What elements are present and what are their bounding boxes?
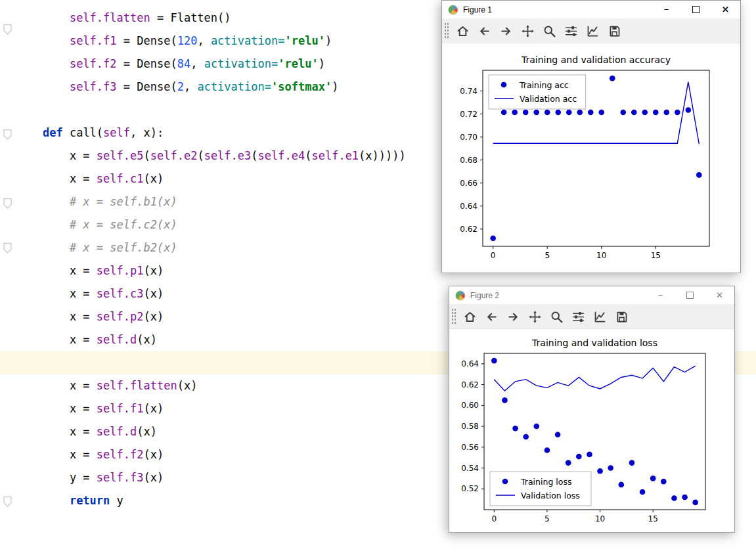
gutter-marker-icon xyxy=(3,198,12,210)
accuracy-chart[interactable]: Training and validation accuracy0510150.… xyxy=(442,43,739,272)
minimize-button[interactable]: − xyxy=(652,1,681,18)
subplots-icon[interactable] xyxy=(569,307,587,326)
customize-icon[interactable] xyxy=(591,307,609,326)
svg-text:10: 10 xyxy=(595,514,605,523)
pan-icon[interactable] xyxy=(519,22,537,40)
forward-icon[interactable] xyxy=(497,22,515,40)
svg-text:5: 5 xyxy=(545,514,550,523)
subplots-icon[interactable] xyxy=(562,22,580,40)
figure2-window-controls: − ✕ xyxy=(646,286,734,304)
svg-text:0.60: 0.60 xyxy=(461,401,479,410)
figure1-title: Figure 1 xyxy=(463,5,652,14)
svg-text:15: 15 xyxy=(651,251,661,260)
svg-text:0.62: 0.62 xyxy=(461,380,479,389)
figure2-title: Figure 2 xyxy=(470,291,646,300)
gutter-marker-icon xyxy=(3,496,12,508)
maximize-icon xyxy=(692,6,700,13)
figure2-toolbar xyxy=(449,305,734,329)
close-button[interactable]: ✕ xyxy=(705,286,734,304)
svg-text:Validation acc: Validation acc xyxy=(520,94,577,104)
figure1-window: Figure 1 − ✕ Training and validation acc… xyxy=(441,0,741,273)
save-icon[interactable] xyxy=(606,22,623,40)
figure1-toolbar xyxy=(442,19,740,43)
svg-text:15: 15 xyxy=(648,514,658,523)
home-icon[interactable] xyxy=(454,22,472,40)
figure1-window-controls: − ✕ xyxy=(652,1,740,18)
svg-text:0.74: 0.74 xyxy=(460,87,478,96)
back-icon[interactable] xyxy=(476,22,493,40)
pan-icon[interactable] xyxy=(526,307,544,326)
svg-text:0.56: 0.56 xyxy=(461,443,479,452)
svg-text:0: 0 xyxy=(491,251,496,260)
customize-icon[interactable] xyxy=(584,22,602,40)
svg-text:Training and validation accura: Training and validation accuracy xyxy=(521,55,671,65)
home-icon[interactable] xyxy=(461,307,479,326)
svg-text:Training loss: Training loss xyxy=(520,477,571,487)
figure1-canvas[interactable]: Training and validation accuracy0510150.… xyxy=(442,43,740,272)
svg-text:0.52: 0.52 xyxy=(461,484,479,493)
svg-text:10: 10 xyxy=(596,251,606,260)
loss-chart[interactable]: Training and validation loss0510150.520.… xyxy=(449,329,733,531)
back-icon[interactable] xyxy=(483,307,500,326)
matplotlib-app-icon xyxy=(448,5,458,15)
svg-text:0.54: 0.54 xyxy=(461,464,479,473)
svg-text:Validation loss: Validation loss xyxy=(521,491,580,500)
svg-text:Training and validation loss: Training and validation loss xyxy=(531,338,657,348)
svg-text:0.64: 0.64 xyxy=(461,359,479,368)
svg-text:0.64: 0.64 xyxy=(460,202,478,211)
toolbar-grip xyxy=(451,308,456,325)
svg-text:0.68: 0.68 xyxy=(460,156,478,165)
gutter-marker-icon xyxy=(3,129,12,141)
figure1-titlebar[interactable]: Figure 1 − ✕ xyxy=(442,1,740,19)
maximize-button[interactable] xyxy=(675,286,705,304)
toolbar-grip xyxy=(444,22,449,39)
svg-text:0.66: 0.66 xyxy=(460,179,478,188)
svg-text:0.70: 0.70 xyxy=(460,133,478,142)
forward-icon[interactable] xyxy=(504,307,522,326)
figure2-canvas[interactable]: Training and validation loss0510150.520.… xyxy=(449,329,734,531)
minimize-button[interactable]: − xyxy=(646,286,675,304)
svg-text:0.62: 0.62 xyxy=(460,225,478,234)
maximize-icon xyxy=(686,292,694,299)
zoom-icon[interactable] xyxy=(541,22,558,40)
gutter-marker-icon xyxy=(3,24,12,35)
figure2-titlebar[interactable]: Figure 2 − ✕ xyxy=(449,286,734,305)
svg-text:Training acc: Training acc xyxy=(519,80,569,90)
zoom-icon[interactable] xyxy=(548,307,566,326)
svg-text:0: 0 xyxy=(491,514,497,523)
matplotlib-app-icon xyxy=(455,290,466,301)
save-icon[interactable] xyxy=(613,307,631,326)
gutter-marker-icon xyxy=(3,242,12,254)
svg-text:5: 5 xyxy=(545,251,550,260)
maximize-button[interactable] xyxy=(681,1,711,18)
svg-text:0.58: 0.58 xyxy=(461,422,479,431)
close-button[interactable]: ✕ xyxy=(711,1,740,18)
svg-text:0.72: 0.72 xyxy=(460,110,478,119)
figure2-window: Figure 2 − ✕ Training and validation los… xyxy=(449,286,735,533)
